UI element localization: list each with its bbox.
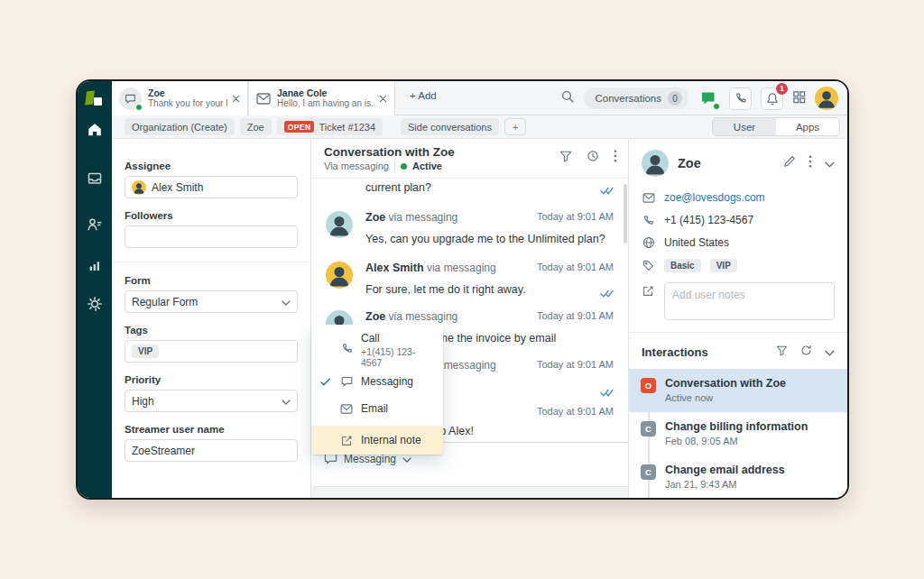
priority-select[interactable]: High (125, 390, 298, 412)
user-avatar[interactable] (815, 87, 838, 110)
tags-label: Tags (125, 325, 298, 335)
phone-icon[interactable] (729, 87, 752, 110)
interaction-title: Conversation with Zoe (665, 376, 836, 391)
interaction-title: Change billing information (665, 419, 836, 434)
collapse-icon[interactable] (825, 344, 835, 360)
envelope-icon (642, 193, 655, 203)
chevron-down-icon (282, 395, 291, 408)
phone-icon (642, 215, 655, 226)
filter-icon[interactable] (559, 150, 572, 166)
conversation-header: Conversation with Zoe Via messaging Acti… (311, 139, 628, 179)
tag-icon (642, 260, 655, 271)
interactions-title: Interactions (642, 345, 776, 359)
tab-preview: Hello, I am having an is... (277, 98, 374, 109)
tags-field[interactable]: VIP (125, 340, 298, 363)
followers-field[interactable] (125, 225, 298, 248)
note-icon (642, 285, 655, 297)
interaction-title: Change email address (665, 463, 836, 477)
email-label: Email (361, 402, 388, 415)
collapse-icon[interactable] (825, 155, 835, 171)
alex-avatar (326, 262, 353, 289)
toggle-user[interactable]: User (713, 118, 776, 135)
side-conversations-chip[interactable]: Side conversations (401, 118, 499, 135)
conversation-tab-zoe[interactable]: Zoe Thank you for your hel... (112, 81, 248, 115)
conversations-label: Conversations (595, 93, 661, 104)
desktop: { "colors":{ "brand_sidebar":"#03363d", … (0, 0, 924, 579)
tag-vip: VIP (132, 345, 159, 358)
tab-title: Janae Cole (277, 87, 374, 98)
zoe-avatar (642, 150, 669, 177)
history-icon[interactable] (587, 150, 599, 166)
messaging-label: Messaging (361, 375, 413, 388)
close-icon[interactable] (232, 90, 240, 106)
settings-icon[interactable] (87, 296, 103, 312)
customer-phone: +1 (415) 123-4567 (664, 214, 753, 226)
menu-item-call[interactable]: Call +1(415) 123-4567 (311, 329, 443, 368)
divider (394, 161, 395, 170)
chevron-down-icon (282, 296, 291, 308)
edit-icon[interactable] (783, 155, 796, 171)
ticket-chip[interactable]: OPEN Ticket #1234 (277, 118, 383, 135)
zendesk-logo-icon (85, 90, 105, 108)
closed-ticket-badge: C (641, 464, 656, 480)
bell-icon[interactable]: 1 (761, 87, 783, 110)
open-ticket-badge: O (641, 378, 656, 393)
phone-icon (339, 343, 354, 354)
views-icon[interactable] (87, 170, 103, 187)
priority-value: High (132, 395, 154, 408)
menu-item-internal-note[interactable]: Internal note (311, 426, 443, 455)
context-toggle: User Apps (712, 117, 840, 136)
search-icon[interactable] (560, 89, 575, 107)
home-icon[interactable] (87, 122, 103, 138)
top-bar: Zoe Thank you for your hel... Janae Cole… (112, 81, 847, 115)
close-icon[interactable] (379, 90, 387, 106)
chat-icon[interactable] (698, 87, 720, 110)
requester-chip[interactable]: Zoe (240, 118, 272, 135)
menu-item-email[interactable]: Email (311, 395, 443, 422)
toggle-apps[interactable]: Apps (776, 118, 839, 135)
nav-sidebar (78, 81, 112, 498)
filter-icon[interactable] (776, 344, 788, 360)
interaction-item[interactable]: C Change email address Jan 21, 9:43 AM (629, 455, 847, 499)
message-text: For sure, let me do it right away. (365, 282, 588, 297)
customer-tag-basic[interactable]: Basic (664, 259, 701, 272)
message-via: via messaging (427, 262, 496, 274)
add-tab-button[interactable]: + Add (410, 90, 437, 101)
interactions-timeline: O Conversation with Zoe Active now C Cha… (629, 369, 847, 500)
ticket-number: Ticket #1234 (319, 122, 375, 133)
form-value: Regular Form (132, 296, 198, 308)
add-side-conversation-button[interactable]: + (504, 118, 526, 135)
interaction-item-active[interactable]: O Conversation with Zoe Active now (629, 369, 847, 412)
form-select[interactable]: Regular Form (125, 290, 298, 313)
reports-icon[interactable] (87, 258, 103, 274)
app-window: Zoe Thank you for your hel... Janae Cole… (76, 79, 849, 500)
menu-item-messaging[interactable]: Messaging (311, 368, 443, 395)
messaging-bubble-icon (339, 376, 354, 387)
kebab-menu-icon[interactable] (614, 150, 617, 166)
message-sender: Zoe (365, 211, 385, 224)
customers-icon[interactable] (87, 216, 103, 233)
streamer-username-field[interactable]: ZoeStreamer (125, 439, 298, 462)
channel-menu: Call +1(415) 123-4567 Messaging Email In… (311, 325, 443, 455)
interaction-item[interactable]: C Change billing information Feb 08, 9:0… (629, 412, 847, 455)
user-notes-input[interactable] (664, 282, 835, 320)
interaction-item[interactable]: C Account update Jan 3, 9:14 AM (629, 499, 847, 500)
organization-chip[interactable]: Organization (Create) (125, 118, 235, 135)
customer-tag-vip[interactable]: VIP (710, 259, 737, 272)
scrollbar-thumb[interactable] (624, 184, 627, 244)
assignee-field[interactable]: Alex Smith (125, 176, 298, 198)
message-time: Today at 9:01 AM (537, 262, 614, 272)
envelope-icon (256, 93, 271, 105)
followers-label: Followers (125, 210, 298, 221)
grid-icon[interactable] (792, 90, 806, 107)
message-row: Alex Smith via messaging Today at 9:01 A… (311, 262, 628, 297)
ticket-bar: Organization (Create) Zoe OPEN Ticket #1… (112, 115, 847, 139)
refresh-icon[interactable] (800, 344, 812, 360)
active-status-label: Active (412, 161, 442, 171)
online-dot (135, 104, 143, 111)
kebab-menu-icon[interactable] (808, 155, 812, 171)
customer-email-link[interactable]: zoe@lovesdogs.com (664, 191, 765, 204)
conversations-button[interactable]: Conversations 0 (584, 87, 688, 109)
conversation-tab-janae[interactable]: Janae Cole Hello, I am having an is... (248, 81, 395, 115)
priority-label: Priority (125, 374, 298, 385)
